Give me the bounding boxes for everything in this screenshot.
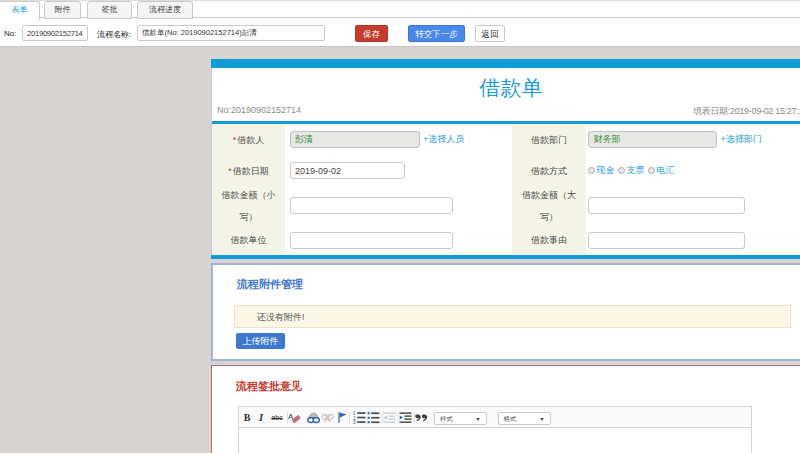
page: 表单 附件 签批 流程进度 No: 流程名称: 保存 转交下一步 返回 借款单 … <box>0 0 800 453</box>
back-button[interactable]: 返回 <box>475 25 505 42</box>
upload-attachment-button[interactable]: 上传附件 <box>236 333 285 349</box>
radio-cheque-label: 支票 <box>626 164 644 177</box>
next-step-button[interactable]: 转交下一步 <box>408 25 465 42</box>
borrow-method-radios: 现金 支票 电汇 <box>588 164 678 177</box>
italic-icon[interactable]: I <box>257 411 265 424</box>
outdent-icon[interactable] <box>383 411 396 424</box>
radio-cash[interactable] <box>588 167 595 174</box>
borrower-input[interactable] <box>290 131 420 148</box>
action-bar: No: 流程名称: 保存 转交下一步 返回 <box>0 0 800 47</box>
borrow-date-input[interactable] <box>290 162 405 179</box>
form-bottom-bar <box>211 255 800 259</box>
bulleted-list-icon[interactable] <box>367 411 380 424</box>
caret-down-icon <box>476 418 480 421</box>
svg-text:3: 3 <box>353 420 356 424</box>
editor-content[interactable] <box>239 428 751 453</box>
form-row-1: *借款人 +选择人员 借款部门 +选择部门 <box>212 124 800 156</box>
blockquote-icon[interactable] <box>415 411 428 424</box>
attachment-panel: 流程附件管理 还没有附件! 上传附件 <box>211 263 800 361</box>
link-icon[interactable] <box>307 411 320 424</box>
flow-name-input[interactable] <box>137 25 325 41</box>
label-text: 借款金额（大写） <box>520 184 578 228</box>
borrow-reason-label: 借款事由 <box>512 226 587 255</box>
borrow-reason-input[interactable] <box>588 232 745 249</box>
form-top-bar <box>211 59 800 68</box>
combo-label: 格式 <box>504 413 517 425</box>
form-row-2: *借款日期 借款方式 现金 支票 电汇 <box>212 156 800 186</box>
editor-toolbar: B I abc A <box>239 407 751 428</box>
form-panel: 借款单 No:20190902152714 填表日期:2019-09-02 15… <box>211 59 800 259</box>
attachment-empty-box: 还没有附件! <box>234 305 791 328</box>
toolbar-separator <box>349 412 350 423</box>
borrow-date-label: *借款日期 <box>212 156 285 186</box>
radio-wire[interactable] <box>648 167 655 174</box>
indent-icon[interactable] <box>399 411 412 424</box>
borrower-label: *借款人 <box>212 124 285 156</box>
label-text: 借款部门 <box>531 129 567 151</box>
unlink-icon[interactable] <box>321 411 334 424</box>
amount-lower-label: 借款金额（小写） <box>212 186 285 226</box>
bold-icon[interactable]: B <box>242 411 252 424</box>
rich-text-editor: B I abc A <box>238 406 752 453</box>
ordered-list-icon[interactable]: 1 2 3 <box>353 411 366 424</box>
radio-wire-label: 电汇 <box>656 164 674 177</box>
borrow-dept-input[interactable] <box>588 131 717 148</box>
select-person-link[interactable]: +选择人员 <box>423 133 464 146</box>
no-input[interactable] <box>22 25 88 41</box>
form-date: 填表日期:2019-09-02 15:27:1 <box>693 105 800 118</box>
required-asterisk: * <box>233 135 237 145</box>
amount-upper-label: 借款金额（大写） <box>512 186 587 226</box>
radio-cash-label: 现金 <box>596 164 614 177</box>
form-title: 借款单 <box>212 68 800 102</box>
label-text: 借款金额（小写） <box>219 184 277 228</box>
strikethrough-icon[interactable]: abc <box>269 411 285 424</box>
flow-name-label: 流程名称: <box>97 29 131 40</box>
no-label: No: <box>4 29 16 38</box>
styles-combo[interactable]: 样式 <box>434 412 487 425</box>
save-button[interactable]: 保存 <box>355 25 388 42</box>
form-no: No:20190902152714 <box>217 105 301 115</box>
borrow-method-label: 借款方式 <box>512 156 587 186</box>
form-row-3: 借款金额（小写） 借款金额（大写） <box>212 186 800 226</box>
label-text: 借款单位 <box>230 229 266 251</box>
label-text: 借款事由 <box>531 229 567 251</box>
label-text: *借款人 <box>233 129 265 151</box>
amount-upper-input[interactable] <box>588 197 745 214</box>
signature-panel: 流程签批意见 B I abc A <box>211 365 800 453</box>
anchor-flag-icon[interactable] <box>335 411 348 424</box>
top-bar: 表单 附件 签批 流程进度 No: 流程名称: 保存 转交下一步 返回 <box>0 0 800 47</box>
format-combo[interactable]: 格式 <box>498 412 551 425</box>
signature-heading: 流程签批意见 <box>236 379 302 394</box>
borrow-unit-input[interactable] <box>290 232 453 249</box>
label-text: 借款方式 <box>531 160 567 182</box>
attachment-heading: 流程附件管理 <box>237 277 303 292</box>
form-row-4: 借款单位 借款事由 <box>212 226 800 255</box>
borrow-unit-label: 借款单位 <box>212 226 285 255</box>
caret-down-icon <box>540 418 544 421</box>
remove-format-icon[interactable]: A <box>288 411 301 424</box>
amount-lower-input[interactable] <box>290 197 453 214</box>
combo-label: 样式 <box>440 413 453 425</box>
select-dept-link[interactable]: +选择部门 <box>720 133 761 146</box>
required-asterisk: * <box>228 166 232 176</box>
label-text: *借款日期 <box>228 160 269 182</box>
borrow-dept-label: 借款部门 <box>512 124 587 156</box>
radio-cheque[interactable] <box>618 167 625 174</box>
